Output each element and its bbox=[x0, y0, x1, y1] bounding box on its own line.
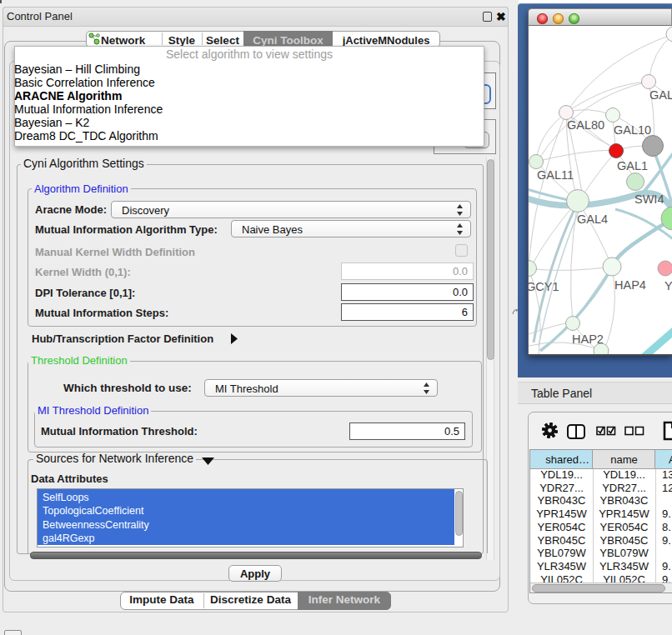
svg-text:HAP4: HAP4 bbox=[614, 278, 646, 292]
svg-text:HAP2: HAP2 bbox=[572, 332, 604, 346]
svg-text:GAL7: GAL7 bbox=[649, 88, 672, 102]
svg-text:GAL4: GAL4 bbox=[577, 212, 608, 226]
svg-text:GAL10: GAL10 bbox=[614, 123, 651, 137]
svg-text:GAL80: GAL80 bbox=[567, 118, 604, 132]
svg-text:SWI4: SWI4 bbox=[634, 192, 664, 206]
svg-text:GAL1: GAL1 bbox=[617, 159, 648, 172]
svg-text:GCY1: GCY1 bbox=[529, 280, 559, 293]
svg-text:GAL11: GAL11 bbox=[537, 168, 574, 182]
svg-text:YJ: YJ bbox=[664, 279, 672, 292]
